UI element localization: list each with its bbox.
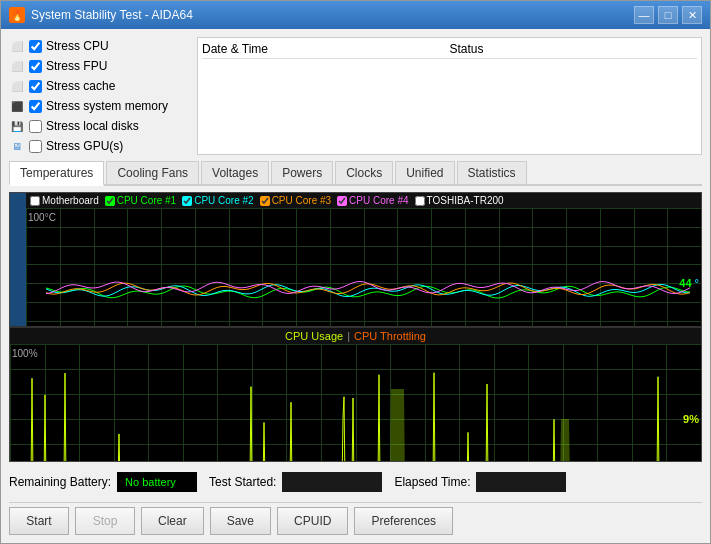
usage-separator: |: [347, 330, 350, 342]
date-time-header: Date & Time: [202, 42, 450, 56]
checkbox-stress-cpu: ⬜ Stress CPU: [9, 37, 189, 55]
tab-temperatures[interactable]: Temperatures: [9, 161, 104, 186]
title-controls: — □ ✕: [634, 6, 702, 24]
legend-cpu-core-3-checkbox[interactable]: [260, 196, 270, 206]
usage-current-value: 9%: [683, 413, 699, 425]
stress-disks-checkbox[interactable]: [29, 120, 42, 133]
temp-chart-canvas: [26, 208, 701, 326]
tab-unified[interactable]: Unified: [395, 161, 454, 184]
checkbox-stress-fpu: ⬜ Stress FPU: [9, 57, 189, 75]
temp-chart-area: Motherboard CPU Core #1 CPU Core #2: [26, 193, 701, 326]
legend-cpu-core-3: CPU Core #3: [260, 195, 331, 206]
fpu-icon: ⬜: [9, 58, 25, 74]
legend-cpu-core-4-label: CPU Core #4: [349, 195, 408, 206]
elapsed-value: [476, 472, 566, 492]
tab-cooling-fans[interactable]: Cooling Fans: [106, 161, 199, 184]
status-header: Date & Time Status: [202, 42, 697, 59]
sidebar-strip: [10, 193, 26, 326]
maximize-button[interactable]: □: [658, 6, 678, 24]
status-header-label: Status: [450, 42, 698, 56]
usage-y-top: 100%: [12, 348, 38, 359]
stress-gpu-label: Stress GPU(s): [46, 139, 123, 153]
temp-chart-canvas-wrapper: 100°C 0°C 44 °: [26, 208, 701, 326]
temp-chart-row: Motherboard CPU Core #1 CPU Core #2: [10, 193, 701, 326]
window-title: System Stability Test - AIDA64: [31, 8, 193, 22]
legend-cpu-core-2-checkbox[interactable]: [182, 196, 192, 206]
tab-clocks[interactable]: Clocks: [335, 161, 393, 184]
checkbox-stress-cache: ⬜ Stress cache: [9, 77, 189, 95]
legend-cpu-core-3-label: CPU Core #3: [272, 195, 331, 206]
checkbox-stress-gpu: 🖥 Stress GPU(s): [9, 137, 189, 155]
test-started-label: Test Started:: [209, 475, 276, 489]
legend-toshiba-label: TOSHIBA-TR200: [427, 195, 504, 206]
usage-legend: CPU Usage | CPU Throttling: [10, 328, 701, 344]
temp-legend: Motherboard CPU Core #1 CPU Core #2: [26, 193, 701, 208]
elapsed-label: Elapsed Time:: [394, 475, 470, 489]
top-section: ⬜ Stress CPU ⬜ Stress FPU ⬜ Stress cache…: [9, 37, 702, 155]
legend-toshiba: TOSHIBA-TR200: [415, 195, 504, 206]
cpu-icon: ⬜: [9, 38, 25, 54]
stress-cache-checkbox[interactable]: [29, 80, 42, 93]
usage-chart-area: CPU Usage | CPU Throttling 100% 0% 9% 0%: [10, 328, 701, 461]
legend-motherboard: Motherboard: [30, 195, 99, 206]
battery-label: Remaining Battery:: [9, 475, 111, 489]
title-bar: 🔥 System Stability Test - AIDA64 — □ ✕: [1, 1, 710, 29]
legend-motherboard-checkbox[interactable]: [30, 196, 40, 206]
tab-voltages[interactable]: Voltages: [201, 161, 269, 184]
battery-info: Remaining Battery: No battery: [9, 472, 197, 492]
stress-cpu-checkbox[interactable]: [29, 40, 42, 53]
legend-toshiba-checkbox[interactable]: [415, 196, 425, 206]
stress-cpu-label: Stress CPU: [46, 39, 109, 53]
stress-gpu-checkbox[interactable]: [29, 140, 42, 153]
usage-title-1: CPU Usage: [285, 330, 343, 342]
checkbox-stress-disks: 💾 Stress local disks: [9, 117, 189, 135]
temp-y-top: 100°C: [28, 212, 56, 223]
checkboxes-panel: ⬜ Stress CPU ⬜ Stress FPU ⬜ Stress cache…: [9, 37, 189, 155]
start-button[interactable]: Start: [9, 507, 69, 535]
legend-cpu-core-1-label: CPU Core #1: [117, 195, 176, 206]
legend-cpu-core-1: CPU Core #1: [105, 195, 176, 206]
button-bar: Start Stop Clear Save CPUID Preferences: [9, 502, 702, 535]
legend-cpu-core-2: CPU Core #2: [182, 195, 253, 206]
stress-fpu-checkbox[interactable]: [29, 60, 42, 73]
stop-button[interactable]: Stop: [75, 507, 135, 535]
test-started-value: [282, 472, 382, 492]
usage-title-2: CPU Throttling: [354, 330, 426, 342]
title-bar-left: 🔥 System Stability Test - AIDA64: [9, 7, 193, 23]
main-content: ⬜ Stress CPU ⬜ Stress FPU ⬜ Stress cache…: [1, 29, 710, 543]
stress-fpu-label: Stress FPU: [46, 59, 107, 73]
save-button[interactable]: Save: [210, 507, 271, 535]
gpu-icon: 🖥: [9, 138, 25, 154]
legend-cpu-core-1-checkbox[interactable]: [105, 196, 115, 206]
legend-cpu-core-4: CPU Core #4: [337, 195, 408, 206]
usage-chart-canvas: [10, 344, 701, 461]
elapsed-info: Elapsed Time:: [394, 472, 566, 492]
stress-cache-label: Stress cache: [46, 79, 115, 93]
checkbox-stress-memory: ⬛ Stress system memory: [9, 97, 189, 115]
preferences-button[interactable]: Preferences: [354, 507, 453, 535]
temp-current-value: 44 °: [679, 277, 699, 289]
tabs-section: Temperatures Cooling Fans Voltages Power…: [9, 161, 702, 186]
tab-powers[interactable]: Powers: [271, 161, 333, 184]
cache-icon: ⬜: [9, 78, 25, 94]
legend-cpu-core-2-label: CPU Core #2: [194, 195, 253, 206]
tab-bar: Temperatures Cooling Fans Voltages Power…: [9, 161, 702, 186]
stress-memory-checkbox[interactable]: [29, 100, 42, 113]
charts-container: Motherboard CPU Core #1 CPU Core #2: [9, 192, 702, 462]
usage-chart-canvas-wrapper: 100% 0% 9% 0%: [10, 344, 701, 461]
test-started-info: Test Started:: [209, 472, 382, 492]
app-icon: 🔥: [9, 7, 25, 23]
disk-icon: 💾: [9, 118, 25, 134]
bottom-info: Remaining Battery: No battery Test Start…: [9, 468, 702, 496]
stress-disks-label: Stress local disks: [46, 119, 139, 133]
status-panel: Date & Time Status: [197, 37, 702, 155]
close-button[interactable]: ✕: [682, 6, 702, 24]
clear-button[interactable]: Clear: [141, 507, 204, 535]
legend-cpu-core-4-checkbox[interactable]: [337, 196, 347, 206]
main-window: 🔥 System Stability Test - AIDA64 — □ ✕ ⬜…: [0, 0, 711, 544]
minimize-button[interactable]: —: [634, 6, 654, 24]
cpuid-button[interactable]: CPUID: [277, 507, 348, 535]
battery-value: No battery: [117, 472, 197, 492]
tab-statistics[interactable]: Statistics: [457, 161, 527, 184]
stress-memory-label: Stress system memory: [46, 99, 168, 113]
